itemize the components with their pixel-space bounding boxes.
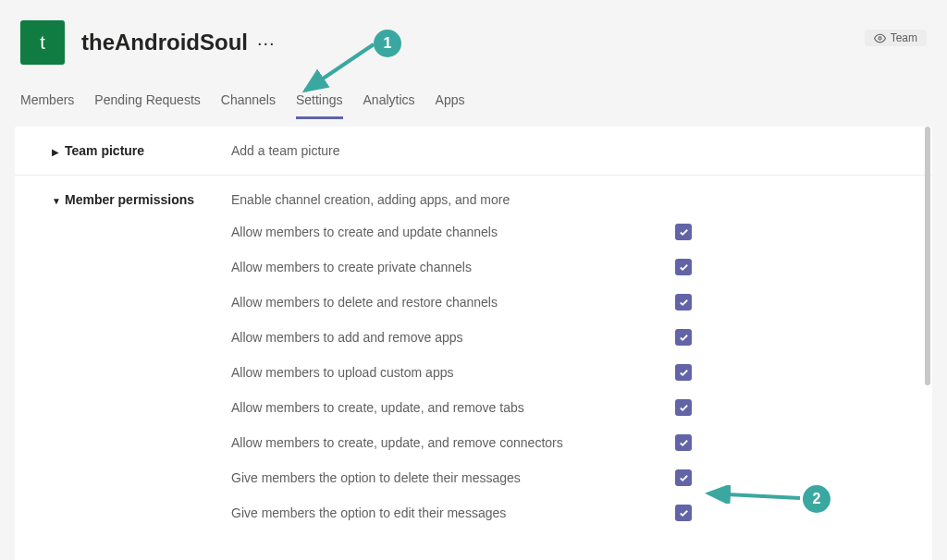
permission-checkbox[interactable] — [675, 399, 692, 416]
team-avatar: t — [20, 20, 65, 65]
permission-row: Allow members to create private channels — [231, 250, 895, 285]
chevron-right-icon: ▶ — [52, 147, 65, 158]
permission-checkbox[interactable] — [675, 469, 692, 486]
permission-label: Allow members to create, update, and rem… — [231, 435, 675, 450]
annotation-marker-1: 1 — [374, 30, 401, 57]
badge-label: Team — [891, 31, 917, 44]
permission-row: Allow members to create, update, and rem… — [231, 390, 895, 425]
permission-row: Allow members to delete and restore chan… — [231, 285, 895, 320]
section-description: Enable channel creation, adding apps, an… — [231, 192, 510, 207]
tab-analytics[interactable]: Analytics — [363, 92, 415, 119]
permission-label: Allow members to create, update, and rem… — [231, 400, 675, 415]
chevron-down-icon: ▼ — [52, 196, 65, 207]
team-header: t theAndroidSoul ··· Team — [0, 0, 947, 65]
permission-label: Allow members to create private channels — [231, 260, 675, 274]
permission-label: Allow members to upload custom apps — [231, 365, 675, 380]
tab-apps[interactable]: Apps — [436, 92, 465, 119]
permission-label: Give members the option to delete their … — [231, 470, 675, 485]
section-title: Member permissions — [65, 192, 231, 207]
permission-row: Give members the option to delete their … — [231, 460, 895, 495]
permission-label: Allow members to create and update chann… — [231, 225, 675, 239]
permission-label: Give members the option to edit their me… — [231, 505, 675, 520]
tab-members[interactable]: Members — [20, 92, 74, 119]
permission-checkbox[interactable] — [675, 505, 692, 521]
section-member-permissions[interactable]: ▼ Member permissions Enable channel crea… — [15, 176, 932, 214]
section-team-picture[interactable]: ▶ Team picture Add a team picture — [15, 127, 932, 176]
eye-icon — [874, 32, 886, 44]
permission-row: Give members the option to edit their me… — [231, 495, 895, 530]
permission-label: Allow members to delete and restore chan… — [231, 295, 675, 310]
permission-row: Allow members to create, update, and rem… — [231, 425, 895, 460]
permission-checkbox[interactable] — [675, 259, 692, 275]
section-title: Team picture — [65, 143, 231, 158]
team-visibility-badge[interactable]: Team — [865, 30, 927, 46]
tab-channels[interactable]: Channels — [221, 92, 276, 119]
scrollbar-thumb[interactable] — [925, 127, 930, 385]
tab-pending-requests[interactable]: Pending Requests — [94, 92, 200, 119]
permission-row: Allow members to add and remove apps — [231, 320, 895, 355]
tab-settings[interactable]: Settings — [296, 92, 343, 119]
tabs-bar: Members Pending Requests Channels Settin… — [0, 65, 947, 119]
section-description: Add a team picture — [231, 143, 340, 158]
scrollbar[interactable] — [925, 127, 930, 560]
more-options-button[interactable]: ··· — [257, 32, 276, 54]
permission-row: Allow members to upload custom apps — [231, 355, 895, 390]
permission-label: Allow members to add and remove apps — [231, 330, 675, 345]
svg-point-0 — [879, 36, 881, 39]
permission-checkbox[interactable] — [675, 434, 692, 451]
permission-checkbox[interactable] — [675, 224, 692, 240]
team-title: theAndroidSoul — [81, 30, 248, 55]
permission-checkbox[interactable] — [675, 364, 692, 381]
permission-row: Allow members to create and update chann… — [231, 214, 895, 250]
permission-checkbox[interactable] — [675, 294, 692, 310]
permission-checkbox[interactable] — [675, 329, 692, 346]
permissions-list: Allow members to create and update chann… — [15, 214, 932, 549]
annotation-marker-2: 2 — [803, 485, 830, 513]
settings-panel: ▶ Team picture Add a team picture ▼ Memb… — [15, 127, 932, 560]
